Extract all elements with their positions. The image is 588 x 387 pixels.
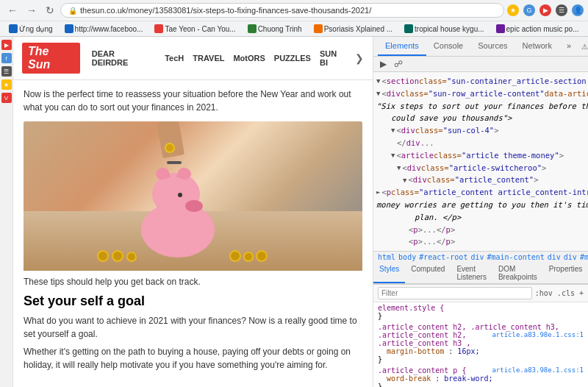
styles-prop: word-break : break-word;	[378, 374, 584, 383]
tab-elements[interactable]: Elements	[378, 37, 426, 56]
site-content: Now is the perfect time to reassess your…	[13, 80, 373, 387]
bookmark-tropical[interactable]: tropical house kygu...	[400, 23, 489, 35]
ext-sidebar-5[interactable]: V	[1, 93, 12, 103]
devtools-panel: Elements Console Sources Network » ⚠ 13 …	[373, 37, 588, 387]
article-p1: What do you want to achieve in 2021 with…	[24, 314, 362, 341]
breadcrumb-main2[interactable]: #main-content	[580, 253, 588, 261]
bookmark-chuong[interactable]: Chuong Trinh	[243, 23, 306, 35]
tree-line[interactable]: plan. </p>	[373, 211, 588, 224]
tree-line[interactable]: ▼ <article class="article theme-money" >	[373, 149, 588, 162]
site-nav-links: TecH TRAVEL MotORS PUZZLES SUN BI ❯	[165, 49, 364, 67]
styles-filter-input[interactable]	[378, 287, 532, 299]
forward-button[interactable]: →	[24, 3, 40, 18]
styles-tab-computed[interactable]: Computed	[405, 263, 451, 283]
bookmarks-bar: Ứng dụng http://www.faceboo... Tae Yeon …	[0, 21, 588, 36]
inspect-icon[interactable]: ▶	[378, 57, 389, 71]
tree-line[interactable]: money worries are getting to you then it…	[373, 199, 588, 211]
sun-logo[interactable]: The Sun	[22, 43, 80, 74]
tree-line[interactable]: ▼ <div class="article-switcheroo" >	[373, 162, 588, 174]
styles-source[interactable]: article.a83.98e.1.css:1	[492, 331, 584, 338]
ext-icon-3[interactable]: ☰	[556, 4, 567, 16]
bookmark-facebook[interactable]: http://www.faceboo...	[60, 23, 148, 35]
bookmark-epic[interactable]: epic action music po...	[492, 23, 584, 35]
styles-source[interactable]: article.a83.98e.1.css:1	[492, 366, 584, 374]
tree-line[interactable]: ▼ <section class="sun-container_article-…	[373, 75, 588, 88]
reload-button[interactable]: ↻	[43, 3, 57, 18]
nav-tech[interactable]: TecH	[165, 54, 184, 63]
star-icon[interactable]: ★	[507, 4, 519, 16]
ext-sidebar-4[interactable]: ★	[1, 79, 12, 90]
breadcrumb-body[interactable]: body	[398, 253, 416, 261]
nav-travel[interactable]: TRAVEL	[193, 54, 224, 63]
article-p2: Whether it's getting on the path to buyi…	[24, 345, 362, 372]
ext-icon-2[interactable]: ▶	[539, 4, 551, 16]
track-text: These tips should help you get back on t…	[24, 277, 362, 287]
bookmark-psoriasis[interactable]: Psoriasis Xplained ...	[309, 23, 397, 35]
breadcrumb-div2[interactable]: div	[548, 253, 561, 261]
address-bar[interactable]: 🔒 thesun.co.uk/money/13583081/six-steps-…	[60, 3, 504, 18]
expand-arrow: ►	[376, 187, 380, 197]
styles-panel: :hov .cls + element.style { } .article_c…	[373, 284, 588, 387]
th-icon	[404, 24, 413, 33]
back-button[interactable]: ←	[4, 3, 21, 18]
tree-line[interactable]: ► <p class="article_content article_cont…	[373, 186, 588, 199]
ps-icon	[314, 24, 323, 33]
ext-icon-1[interactable]: G	[523, 4, 535, 16]
breadcrumb-bar: html body #react-root div #main-content …	[373, 251, 588, 263]
styles-tab-properties[interactable]: Properties	[543, 263, 588, 283]
ct-icon	[248, 24, 257, 33]
tree-line[interactable]: <p>...</p>	[373, 224, 588, 236]
breadcrumb-div3[interactable]: div	[564, 253, 577, 261]
tree-line[interactable]: </div...	[373, 137, 588, 149]
tree-line[interactable]: ▼ <div class="sun-row_article-content" d…	[373, 88, 588, 100]
article-image-wrap: ▶ 1 Just making a plan for your finances…	[24, 121, 362, 271]
tab-console[interactable]: Console	[426, 37, 470, 56]
nav-more-icon[interactable]: ❯	[355, 52, 364, 64]
styles-tab-styles[interactable]: Styles	[373, 263, 405, 283]
breadcrumb-div1[interactable]: div	[470, 253, 484, 261]
styles-prop: margin-bottom : 16px;	[378, 347, 584, 355]
ext-sidebar-1[interactable]: ▶	[1, 40, 12, 50]
bookmark-label: Ứng dụng	[19, 25, 53, 33]
expand-arrow: ▼	[376, 76, 380, 86]
breadcrumb-reactroot[interactable]: #react-root	[419, 253, 467, 261]
breadcrumb-html[interactable]: html	[378, 253, 395, 261]
tree-line[interactable]: "Six steps to sort out your finances bef…	[373, 100, 588, 113]
ext-sidebar-3[interactable]: ☰	[1, 66, 12, 77]
hov-cls-label: :hov .cls +	[535, 289, 584, 297]
bookmark-apps[interactable]: Ứng dụng	[4, 23, 57, 35]
tree-line[interactable]: <p>...</p>	[373, 235, 588, 248]
browser-chrome: ← → ↻ 🔒 thesun.co.uk/money/13583081/six-…	[0, 0, 588, 37]
devtools-tab-icons: ⚠ 13 ℹ 11 ⚙ ⋮ ❖ − ×	[578, 41, 588, 52]
tree-line[interactable]: ▼ <div class="sun-col-4" >	[373, 124, 588, 137]
device-icon[interactable]: ☍	[392, 57, 405, 71]
expand-arrow: ▼	[397, 163, 401, 173]
browser-toolbar: ← → ↻ 🔒 thesun.co.uk/money/13583081/six-…	[0, 0, 588, 21]
styles-selector: .article_content h2, .article_content h3…	[378, 323, 559, 331]
styles-tab-event[interactable]: Event Listeners	[451, 263, 492, 283]
expand-arrow: ▼	[376, 88, 380, 99]
user-icon[interactable]: 👤	[572, 4, 584, 16]
nav-puzzles[interactable]: PUZZLES	[274, 54, 311, 63]
elements-tree[interactable]: ▼ <section class="sun-container_article-…	[373, 72, 588, 251]
tab-sources[interactable]: Sources	[470, 37, 514, 56]
nav-motors[interactable]: MotORS	[233, 54, 265, 63]
tree-line[interactable]: could save you thousands">	[373, 112, 588, 124]
main-area: ▶ f ☰ ★ V The Sun DEAR DEIRDRE TecH TRAV…	[0, 37, 588, 387]
expand-arrow: ▼	[391, 150, 395, 160]
breadcrumb-main[interactable]: #main-content	[487, 253, 544, 261]
expand-arrow: ▼	[391, 125, 395, 135]
styles-article-p-section: .article_content p { article.a83.98e.1.c…	[373, 365, 588, 387]
ext-sidebar-2[interactable]: f	[1, 53, 12, 63]
nav-sunbi[interactable]: SUN BI	[320, 49, 346, 67]
article-h2-goal: Set your self a goal	[24, 293, 362, 310]
devtools-error-icon: ⚠	[578, 41, 588, 52]
styles-toolbar: :hov .cls +	[373, 285, 588, 302]
tab-network[interactable]: Network	[515, 37, 559, 56]
tab-more[interactable]: »	[559, 37, 578, 56]
bookmark-taeyeon[interactable]: Tae Yeon - Can You...	[150, 23, 240, 35]
dear-deirdre-link[interactable]: DEAR DEIRDRE	[92, 49, 153, 67]
styles-tab-dom[interactable]: DOM Breakpoints	[492, 263, 543, 283]
website-panel: The Sun DEAR DEIRDRE TecH TRAVEL MotORS …	[13, 37, 373, 387]
tree-line[interactable]: ▼ <div class="article_content" >	[373, 174, 588, 186]
